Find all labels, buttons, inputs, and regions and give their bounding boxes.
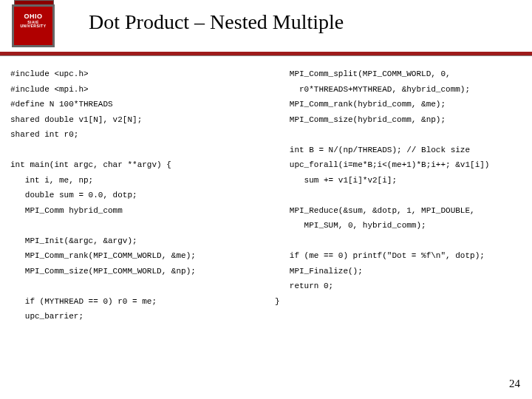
page-number: 24	[509, 378, 520, 390]
code-right-column: MPI_Comm_split(MPI_COMM_WORLD, 0, r0*THR…	[275, 66, 519, 324]
logo-sub2: UNIVERSITY	[14, 24, 52, 29]
code-area: #include <upc.h> #include <mpi.h> #defin…	[10, 66, 522, 324]
slide-title: Dot Product – Nested Multiple	[89, 10, 344, 34]
slide-header: OHIO SIAIE UNIVERSITY Dot Product – Nest…	[0, 0, 532, 52]
logo-text: OHIO SIAIE UNIVERSITY	[14, 13, 52, 29]
divider-gray	[0, 55, 532, 56]
logo-main-text: OHIO	[24, 13, 42, 20]
code-left-column: #include <upc.h> #include <mpi.h> #defin…	[10, 66, 262, 324]
